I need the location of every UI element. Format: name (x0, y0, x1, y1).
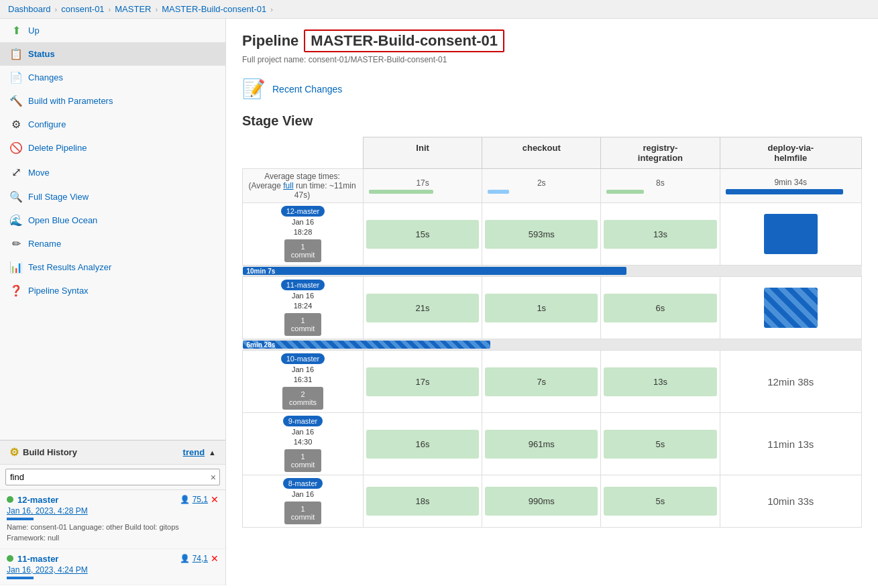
sidebar-status-label[interactable]: Status (28, 49, 55, 59)
sidebar-changes-label[interactable]: Changes (28, 72, 63, 82)
build-8-init: 18s (366, 487, 479, 516)
build-search-clear-icon[interactable]: × (211, 472, 216, 483)
avg-full-link[interactable]: full (283, 181, 293, 190)
build-12-label-cell: 12-master Jan 16 18:28 1commit (243, 203, 364, 266)
pipeline-name: MASTER-Build-consent-01 (304, 30, 504, 52)
avg-init: 17s (364, 169, 482, 203)
build-entry-name-12[interactable]: 12-master (17, 495, 58, 505)
build-11-commit-btn[interactable]: 1commit (284, 313, 321, 336)
build-11-date: Jan 16 (292, 292, 314, 300)
sidebar-pipeline-syntax-label[interactable]: Pipeline Syntax (28, 286, 89, 296)
build-10-date: Jan 16 (292, 365, 314, 373)
sidebar-item-rename[interactable]: ✏ Rename (0, 232, 225, 255)
build-list: 12-master 👤 75,1 ✕ Jan 16, 2023, 4:28 PM… (0, 490, 225, 585)
pipeline-label: Pipeline (242, 32, 298, 50)
build-12-badge[interactable]: 12-master (281, 206, 325, 217)
build-8-deploy: 10min 33s (723, 483, 859, 519)
full-stage-icon: 🔍 (9, 190, 23, 203)
breadcrumb-master-build[interactable]: MASTER-Build-consent-01 (162, 4, 266, 14)
build-search-input[interactable] (5, 469, 220, 485)
sidebar-full-stage-label[interactable]: Full Stage View (28, 192, 89, 202)
build-entry-date-12[interactable]: Jan 16, 2023, 4:28 PM (7, 506, 219, 516)
build-11-registry: 6s (604, 294, 716, 322)
build-entry-11-header: 11-master 👤 74,1 ✕ (7, 553, 219, 564)
pipeline-syntax-icon: ❓ (9, 284, 23, 297)
recent-changes-link[interactable]: Recent Changes (272, 84, 342, 95)
sidebar-item-changes[interactable]: 📄 Changes (0, 66, 225, 89)
duration-cell-12: 10min 7s (243, 266, 862, 277)
build-entry-date-11[interactable]: Jan 16, 2023, 4:24 PM (7, 565, 219, 575)
build-11-badge[interactable]: 11-master (281, 280, 325, 290)
build-status-bar-12 (7, 518, 34, 520)
sidebar-test-results-label[interactable]: Test Results Analyzer (28, 262, 111, 272)
build-delete-11[interactable]: ✕ (211, 553, 219, 564)
build-8-deploy-cell: 10min 33s (720, 475, 861, 528)
sidebar-blue-ocean-label[interactable]: Open Blue Ocean (28, 215, 97, 225)
sidebar-item-pipeline-syntax[interactable]: ❓ Pipeline Syntax (0, 279, 225, 302)
build-8-badge[interactable]: 8-master (283, 478, 323, 489)
build-count-11[interactable]: 74,1 (193, 554, 208, 563)
sidebar-move-label[interactable]: Move (28, 168, 50, 178)
breadcrumb-sep-3: › (155, 5, 158, 13)
build-10-commit-btn[interactable]: 2commits (282, 387, 323, 410)
build-12-commit-btn[interactable]: 1commit (284, 239, 321, 262)
avg-label-line1: Average stage times: (264, 172, 340, 181)
build-9-init-cell: 16s (364, 413, 482, 475)
build-delete-12[interactable]: ✕ (211, 494, 219, 505)
build-12-init: 15s (366, 220, 479, 249)
stage-header-init: Init (364, 137, 482, 169)
stage-view-table: Init checkout registry-integration deplo… (242, 137, 862, 528)
sidebar-item-build-with-parameters[interactable]: 🔨 Build with Parameters (0, 89, 225, 113)
build-9-commit-btn[interactable]: 1commit (284, 449, 321, 472)
main-content: Pipeline MASTER-Build-consent-01 Full pr… (226, 19, 878, 585)
sidebar-item-configure[interactable]: ⚙ Configure (0, 113, 225, 136)
build-8-commit-btn[interactable]: 1commit (284, 502, 321, 524)
stage-build-row-9: 9-master Jan 16 14:30 1commit 16s 961ms … (243, 413, 862, 475)
up-icon: ⬆ (9, 24, 23, 37)
sidebar-item-test-results-analyzer[interactable]: 📊 Test Results Analyzer (0, 255, 225, 279)
sidebar-item-up[interactable]: ⬆ Up (0, 19, 225, 42)
stage-header-checkout: checkout (482, 137, 601, 169)
sidebar-item-full-stage-view[interactable]: 🔍 Full Stage View (0, 185, 225, 209)
sidebar-delete-label[interactable]: Delete Pipeline (28, 143, 87, 153)
sidebar-build-params-label[interactable]: Build with Parameters (28, 96, 113, 106)
stage-view-title: Stage View (242, 113, 862, 129)
breadcrumb-master[interactable]: MASTER (115, 4, 151, 14)
stage-header-registry: registry-integration (601, 137, 720, 169)
build-entry-meta-12: 👤 75,1 ✕ (180, 494, 219, 505)
build-history-trend-link[interactable]: trend (183, 447, 205, 457)
sidebar-up-label[interactable]: Up (28, 25, 40, 36)
sidebar-item-delete-pipeline[interactable]: 🚫 Delete Pipeline (0, 136, 225, 160)
build-status-dot-11 (7, 555, 13, 562)
build-10-deploy-cell: 12min 38s (720, 351, 861, 413)
build-history-chevron-icon: ▲ (209, 449, 216, 457)
sidebar-item-open-blue-ocean[interactable]: 🌊 Open Blue Ocean (0, 209, 225, 232)
duration-row-12: 10min 7s (243, 266, 862, 277)
build-11-deploy (764, 288, 818, 328)
build-entry-meta-11: 👤 74,1 ✕ (180, 553, 219, 564)
build-9-init: 16s (366, 430, 479, 459)
duration-row-11: 6min 28s (243, 339, 862, 351)
build-10-time: 16:31 (294, 375, 313, 384)
duration-bar-12: 10min 7s (243, 267, 626, 275)
build-9-date: Jan 16 (292, 428, 314, 436)
build-count-12[interactable]: 75,1 (193, 495, 208, 504)
sidebar-item-move[interactable]: ⤢ Move (0, 160, 225, 185)
breadcrumb-consent01[interactable]: consent-01 (61, 4, 104, 14)
build-9-badge[interactable]: 9-master (283, 416, 323, 426)
build-11-init-cell: 21s (364, 277, 482, 339)
build-9-checkout-cell: 961ms (482, 413, 601, 475)
build-desc-12: Name: consent-01 Language: other Build t… (7, 522, 219, 543)
sidebar-configure-label[interactable]: Configure (28, 119, 66, 129)
avg-checkout-bar (488, 190, 509, 194)
breadcrumb-dashboard[interactable]: Dashboard (8, 4, 51, 14)
build-params-icon: 🔨 (9, 95, 23, 107)
build-10-badge[interactable]: 10-master (281, 353, 325, 364)
sidebar-item-status[interactable]: 📋 Status (0, 42, 225, 66)
build-entry-name-11[interactable]: 11-master (17, 554, 58, 564)
breadcrumb: Dashboard › consent-01 › MASTER › MASTER… (0, 0, 878, 19)
build-entry-12-master: 12-master 👤 75,1 ✕ Jan 16, 2023, 4:28 PM… (0, 490, 225, 549)
status-icon: 📋 (9, 48, 23, 60)
blue-ocean-icon: 🌊 (9, 214, 23, 227)
sidebar-rename-label[interactable]: Rename (28, 239, 61, 249)
